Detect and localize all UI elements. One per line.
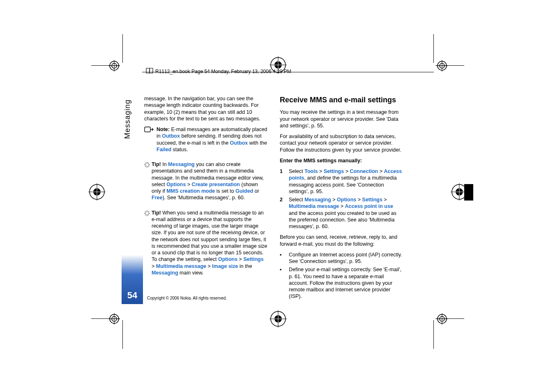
section-label: Messaging bbox=[123, 98, 131, 139]
page-number-block: 54 bbox=[122, 255, 143, 304]
paragraph: For availability of and subscription to … bbox=[280, 133, 403, 153]
page-number: 54 bbox=[127, 290, 137, 301]
intro-paragraph: message. In the navigation bar, you can … bbox=[144, 95, 267, 122]
collation-mark bbox=[464, 184, 473, 201]
tip2-text: Tip! When you send a multimedia message … bbox=[152, 210, 267, 277]
tip-icon bbox=[144, 162, 150, 168]
step-item: 2 Select Messaging > Options > Settings … bbox=[280, 196, 403, 230]
left-column: message. In the navigation bar, you can … bbox=[144, 95, 267, 304]
tip-icon bbox=[144, 210, 150, 216]
registration-mark-icon bbox=[269, 310, 287, 327]
svg-line-45 bbox=[145, 163, 146, 164]
registration-mark-icon bbox=[108, 313, 120, 325]
svg-line-46 bbox=[148, 166, 149, 167]
manual-label: Enter the MMS settings manually: bbox=[280, 157, 403, 164]
registration-mark-icon bbox=[108, 60, 120, 71]
registration-mark-icon bbox=[88, 183, 106, 201]
svg-line-53 bbox=[145, 211, 146, 212]
registration-mark-icon bbox=[436, 60, 448, 71]
header-crop-info: R1112_en.book Page 54 Monday, February 1… bbox=[155, 69, 291, 74]
svg-line-55 bbox=[148, 211, 149, 212]
bullet-item: Define your e-mail settings correctly. S… bbox=[280, 266, 403, 300]
paragraph: Before you can send, receive, retrieve, … bbox=[280, 234, 403, 247]
svg-line-47 bbox=[148, 163, 149, 164]
note-text: Note: E-mail messages are automatically … bbox=[157, 126, 267, 153]
svg-line-48 bbox=[145, 166, 146, 167]
registration-mark-icon bbox=[436, 313, 448, 325]
note-icon bbox=[144, 127, 154, 134]
step-item: 1 Select Tools > Settings > Connection >… bbox=[280, 168, 403, 195]
bullet-item: Configure an Internet access point (IAP)… bbox=[280, 251, 403, 265]
svg-line-56 bbox=[145, 214, 146, 215]
section-heading: Receive MMS and e-mail settings bbox=[280, 95, 403, 105]
right-column: Receive MMS and e-mail settings You may … bbox=[280, 95, 403, 304]
book-icon bbox=[145, 67, 154, 76]
svg-line-54 bbox=[148, 214, 149, 215]
paragraph: You may receive the settings in a text m… bbox=[280, 109, 403, 129]
svg-rect-40 bbox=[145, 127, 150, 132]
tip1-text: Tip! In Messaging you can also create pr… bbox=[152, 161, 267, 201]
